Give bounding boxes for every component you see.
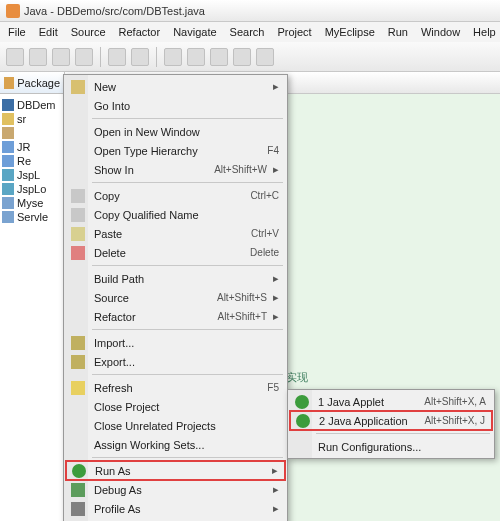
menu-item-paste[interactable]: PasteCtrl+V — [66, 224, 285, 243]
toolbar-separator — [156, 47, 157, 67]
menu-help[interactable]: Help — [467, 24, 500, 40]
menu-item-build-path[interactable]: Build Path▸ — [66, 269, 285, 288]
run-icon — [72, 464, 86, 478]
menu-item-shortcut: Delete — [250, 247, 279, 258]
menu-item-shortcut: Ctrl+C — [250, 190, 279, 201]
menu-window[interactable]: Window — [415, 24, 466, 40]
menu-item-close-project[interactable]: Close Project — [66, 397, 285, 416]
menu-item-label: Go Into — [94, 100, 279, 112]
tree-project[interactable]: DBDem — [2, 98, 62, 112]
del-icon — [71, 246, 85, 260]
menu-edit[interactable]: Edit — [33, 24, 64, 40]
menu-item-2-java-application[interactable]: 2 Java ApplicationAlt+Shift+X, J — [289, 410, 493, 431]
toolbar-button[interactable] — [108, 48, 126, 66]
menu-item-label: Import... — [94, 337, 279, 349]
menu-item-label: Show In — [94, 164, 214, 176]
project-tree[interactable]: DBDem sr JR Re JspL JspLo Myse Servle — [0, 94, 64, 228]
project-icon — [2, 197, 14, 209]
menu-navigate[interactable]: Navigate — [167, 24, 222, 40]
toolbar-separator — [100, 47, 101, 67]
submenu-arrow-icon: ▸ — [273, 310, 279, 323]
tree-servlet[interactable]: Servle — [2, 210, 62, 224]
toolbar — [0, 42, 500, 72]
toolbar-button[interactable] — [52, 48, 70, 66]
menu-item-label: Source — [94, 292, 217, 304]
menu-project[interactable]: Project — [271, 24, 317, 40]
menu-myeclipse[interactable]: MyEclipse — [319, 24, 381, 40]
app-icon — [6, 4, 20, 18]
menu-search[interactable]: Search — [224, 24, 271, 40]
library-icon — [2, 155, 14, 167]
tree-package[interactable] — [2, 126, 62, 140]
menu-item-profile-as[interactable]: Profile As▸ — [66, 499, 285, 518]
menu-item-label: Debug As — [94, 484, 267, 496]
menu-refactor[interactable]: Refactor — [113, 24, 167, 40]
toolbar-button[interactable] — [233, 48, 251, 66]
ref-icon — [71, 381, 85, 395]
menu-item-label: 2 Java Application — [319, 415, 424, 427]
menu-item-shortcut: Alt+Shift+T — [218, 311, 267, 322]
tree-jre[interactable]: JR — [2, 140, 62, 154]
menu-item-label: Assign Working Sets... — [94, 439, 279, 451]
menu-item-new[interactable]: New▸ — [66, 77, 285, 96]
title-bar: Java - DBDemo/src/com/DBTest.java — [0, 0, 500, 22]
prof-icon — [71, 502, 85, 516]
tree-src[interactable]: sr — [2, 112, 62, 126]
submenu-arrow-icon: ▸ — [273, 80, 279, 93]
menu-source[interactable]: Source — [65, 24, 112, 40]
menu-item-label: Open in New Window — [94, 126, 279, 138]
menu-item-label: Open Type Hierarchy — [94, 145, 267, 157]
tree-jsplib[interactable]: JspL — [2, 168, 62, 182]
toolbar-button[interactable] — [256, 48, 274, 66]
tree-jsploc[interactable]: JspLo — [2, 182, 62, 196]
project-icon — [2, 99, 14, 111]
toolbar-button[interactable] — [210, 48, 228, 66]
tree-ref[interactable]: Re — [2, 154, 62, 168]
menu-item-copy-qualified-name[interactable]: Copy Qualified Name — [66, 205, 285, 224]
menu-item-open-type-hierarchy[interactable]: Open Type HierarchyF4 — [66, 141, 285, 160]
menu-item-refactor[interactable]: RefactorAlt+Shift+T▸ — [66, 307, 285, 326]
menu-item-run-as[interactable]: Run As▸ — [65, 460, 286, 481]
menu-item-close-unrelated-projects[interactable]: Close Unrelated Projects — [66, 416, 285, 435]
menu-separator — [92, 265, 283, 266]
library-icon — [2, 141, 14, 153]
menu-item-refresh[interactable]: RefreshF5 — [66, 378, 285, 397]
menu-item-assign-working-sets[interactable]: Assign Working Sets... — [66, 435, 285, 454]
menu-item-import[interactable]: Import... — [66, 333, 285, 352]
menu-item-shortcut: Alt+Shift+X, A — [424, 396, 486, 407]
menu-bar: FileEditSourceRefactorNavigateSearchProj… — [0, 22, 500, 42]
toolbar-button[interactable] — [29, 48, 47, 66]
toolbar-button[interactable] — [75, 48, 93, 66]
project-icon — [2, 183, 14, 195]
menu-item-shortcut: Ctrl+V — [251, 228, 279, 239]
exp-icon — [71, 355, 85, 369]
menu-item-export[interactable]: Export... — [66, 352, 285, 371]
menu-item-shortcut: Alt+Shift+S — [217, 292, 267, 303]
menu-item-1-java-applet[interactable]: 1 Java AppletAlt+Shift+X, A — [290, 392, 492, 411]
menu-separator — [316, 433, 490, 434]
menu-item-label: 1 Java Applet — [318, 396, 424, 408]
tree-mysql[interactable]: Myse — [2, 196, 62, 210]
toolbar-button[interactable] — [187, 48, 205, 66]
source-folder-icon — [2, 113, 14, 125]
package-explorer-tab[interactable]: Package — [0, 72, 64, 94]
menu-item-copy[interactable]: CopyCtrl+C — [66, 186, 285, 205]
toolbar-button[interactable] — [131, 48, 149, 66]
menu-item-source[interactable]: SourceAlt+Shift+S▸ — [66, 288, 285, 307]
menu-item-shortcut: F5 — [267, 382, 279, 393]
menu-item-debug-as[interactable]: Debug As▸ — [66, 480, 285, 499]
menu-run[interactable]: Run — [382, 24, 414, 40]
package-icon — [4, 77, 14, 89]
context-menu: New▸Go IntoOpen in New WindowOpen Type H… — [63, 74, 288, 521]
menu-separator — [92, 457, 283, 458]
toolbar-button[interactable] — [164, 48, 182, 66]
menu-item-go-into[interactable]: Go Into — [66, 96, 285, 115]
new-icon — [71, 80, 85, 94]
toolbar-button[interactable] — [6, 48, 24, 66]
menu-item-show-in[interactable]: Show InAlt+Shift+W▸ — [66, 160, 285, 179]
menu-item-run-configurations[interactable]: Run Configurations... — [290, 437, 492, 456]
menu-item-open-in-new-window[interactable]: Open in New Window — [66, 122, 285, 141]
menu-item-shortcut: Alt+Shift+W — [214, 164, 267, 175]
menu-file[interactable]: File — [2, 24, 32, 40]
menu-item-delete[interactable]: DeleteDelete — [66, 243, 285, 262]
